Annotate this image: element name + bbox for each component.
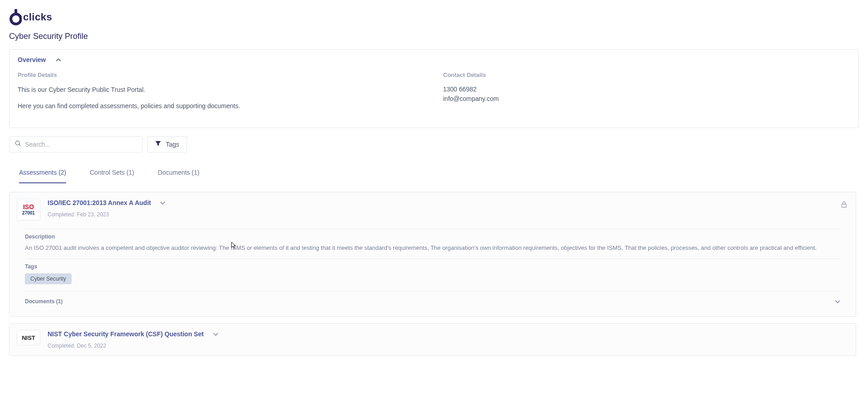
tabs: Assessments (2) Control Sets (1) Documen… [9, 166, 859, 184]
overview-label: Overview [18, 56, 46, 63]
search-box[interactable] [9, 136, 143, 153]
assessments-list[interactable]: ISO 27001 ISO/IEC 27001:2013 Annex A Aud… [9, 192, 859, 365]
tags-filter-label: Tags [166, 141, 179, 148]
brand-name: clicks [23, 11, 52, 23]
assessment-card: ISO 27001 ISO/IEC 27001:2013 Annex A Aud… [9, 192, 856, 317]
profile-line-1: This is our Cyber Security Public Trust … [18, 85, 425, 95]
tab-documents[interactable]: Documents (1) [158, 166, 199, 183]
svg-line-2 [19, 144, 20, 146]
iso-logo-icon: ISO 27001 [17, 199, 40, 220]
profile-details: Profile Details This is our Cyber Securi… [18, 72, 425, 118]
contact-email: info@company.com [443, 94, 850, 104]
tab-control-sets[interactable]: Control Sets (1) [90, 166, 134, 183]
tags-filter-button[interactable]: Tags [147, 136, 187, 153]
documents-label: Documents (1) [25, 298, 63, 305]
chevron-down-icon [160, 199, 165, 207]
overview-toggle[interactable]: Overview [18, 56, 850, 63]
svg-point-0 [11, 14, 21, 24]
tag-chip[interactable]: Cyber Security [25, 273, 72, 284]
svg-point-1 [15, 141, 19, 145]
brand-logo: clicks [9, 9, 859, 25]
assessment-card: NIST NIST Cyber Security Framework (CSF)… [9, 323, 856, 356]
description-text: An ISO 27001 audit involves a competent … [25, 243, 840, 253]
documents-toggle[interactable]: Documents (1) [25, 291, 840, 313]
chevron-down-icon [835, 297, 840, 305]
assessment-completed-date: Completed: Dec 5, 2022 [48, 343, 849, 349]
chevron-up-icon [56, 56, 61, 63]
assessment-title: NIST Cyber Security Framework (CSF) Ques… [48, 330, 204, 338]
tab-assessments[interactable]: Assessments (2) [19, 166, 66, 183]
filter-icon [155, 140, 161, 148]
description-label: Description [25, 234, 840, 240]
contact-details-label: Contact Details [443, 72, 850, 78]
tags-label: Tags [25, 263, 840, 270]
svg-rect-3 [842, 204, 846, 207]
assessment-title-row[interactable]: ISO/IEC 27001:2013 Annex A Audit [48, 199, 849, 207]
contact-details: Contact Details 1300 66982 info@company.… [443, 72, 850, 118]
profile-details-label: Profile Details [18, 72, 425, 78]
search-icon [15, 140, 21, 148]
nist-logo-icon: NIST [17, 330, 40, 345]
overview-panel: Overview Profile Details This is our Cyb… [9, 49, 859, 128]
page-title: Cyber Security Profile [9, 32, 859, 41]
lock-icon [841, 201, 847, 210]
assessment-title-row[interactable]: NIST Cyber Security Framework (CSF) Ques… [48, 330, 849, 338]
chevron-down-icon [213, 330, 218, 338]
assessment-completed-date: Completed: Feb 23, 2023 [48, 211, 849, 218]
logo-mark-icon [9, 9, 22, 25]
assessment-title: ISO/IEC 27001:2013 Annex A Audit [48, 199, 151, 206]
contact-phone: 1300 66982 [443, 85, 850, 94]
search-input[interactable] [25, 141, 137, 148]
profile-line-2: Here you can find completed assessments,… [18, 101, 425, 111]
